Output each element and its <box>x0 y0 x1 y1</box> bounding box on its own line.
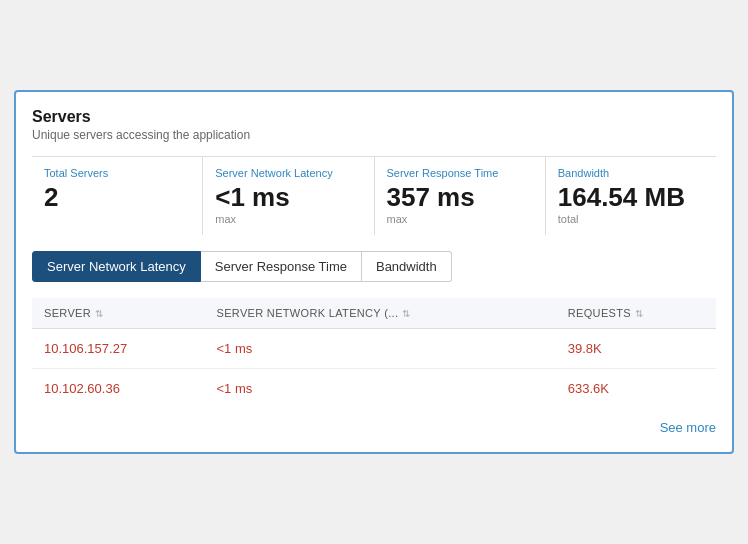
metrics-row: Total Servers 2 Server Network Latency <… <box>32 156 716 236</box>
table-body: 10.106.157.27 <1 ms 39.8K 10.102.60.36 <… <box>32 329 716 409</box>
metric-sub-3: total <box>558 213 704 225</box>
metric-label-3: Bandwidth <box>558 167 704 179</box>
tab-2[interactable]: Bandwidth <box>362 251 452 282</box>
col-header-1[interactable]: SERVER NETWORK LATENCY (...⇅ <box>204 298 555 329</box>
metric-value-0: 2 <box>44 183 190 212</box>
col-label-1: SERVER NETWORK LATENCY (... <box>216 307 398 319</box>
col-label-0: SERVER <box>44 307 91 319</box>
metric-0: Total Servers 2 <box>32 157 203 236</box>
col-header-2[interactable]: REQUESTS⇅ <box>556 298 716 329</box>
card-title: Servers <box>32 108 716 126</box>
table-row: 10.102.60.36 <1 ms 633.6K <box>32 369 716 409</box>
metric-label-1: Server Network Latency <box>215 167 361 179</box>
servers-table: SERVER⇅SERVER NETWORK LATENCY (...⇅REQUE… <box>32 298 716 408</box>
cell-server-1: 10.102.60.36 <box>32 369 204 409</box>
cell-latency-0: <1 ms <box>204 329 555 369</box>
metric-sub-2: max <box>387 213 533 225</box>
tab-1[interactable]: Server Response Time <box>201 251 362 282</box>
cell-latency-1: <1 ms <box>204 369 555 409</box>
see-more-link[interactable]: See more <box>660 420 716 435</box>
cell-requests-0: 39.8K <box>556 329 716 369</box>
metric-1: Server Network Latency <1 ms max <box>203 157 374 236</box>
metric-value-3: 164.54 MB <box>558 183 704 212</box>
card-subtitle: Unique servers accessing the application <box>32 128 716 142</box>
metric-2: Server Response Time 357 ms max <box>375 157 546 236</box>
metric-value-1: <1 ms <box>215 183 361 212</box>
tab-0[interactable]: Server Network Latency <box>32 251 201 282</box>
table-header-row: SERVER⇅SERVER NETWORK LATENCY (...⇅REQUE… <box>32 298 716 329</box>
see-more-row: See more <box>32 408 716 436</box>
col-header-0[interactable]: SERVER⇅ <box>32 298 204 329</box>
sort-icon-2: ⇅ <box>635 308 643 319</box>
metric-3: Bandwidth 164.54 MB total <box>546 157 716 236</box>
col-label-2: REQUESTS <box>568 307 631 319</box>
metric-label-2: Server Response Time <box>387 167 533 179</box>
metric-value-2: 357 ms <box>387 183 533 212</box>
servers-card: Servers Unique servers accessing the app… <box>14 90 734 455</box>
sort-icon-0: ⇅ <box>95 308 103 319</box>
cell-server-0: 10.106.157.27 <box>32 329 204 369</box>
metric-sub-1: max <box>215 213 361 225</box>
table-header: SERVER⇅SERVER NETWORK LATENCY (...⇅REQUE… <box>32 298 716 329</box>
sort-icon-1: ⇅ <box>402 308 410 319</box>
table-row: 10.106.157.27 <1 ms 39.8K <box>32 329 716 369</box>
metric-label-0: Total Servers <box>44 167 190 179</box>
tabs-container: Server Network LatencyServer Response Ti… <box>32 251 716 282</box>
cell-requests-1: 633.6K <box>556 369 716 409</box>
